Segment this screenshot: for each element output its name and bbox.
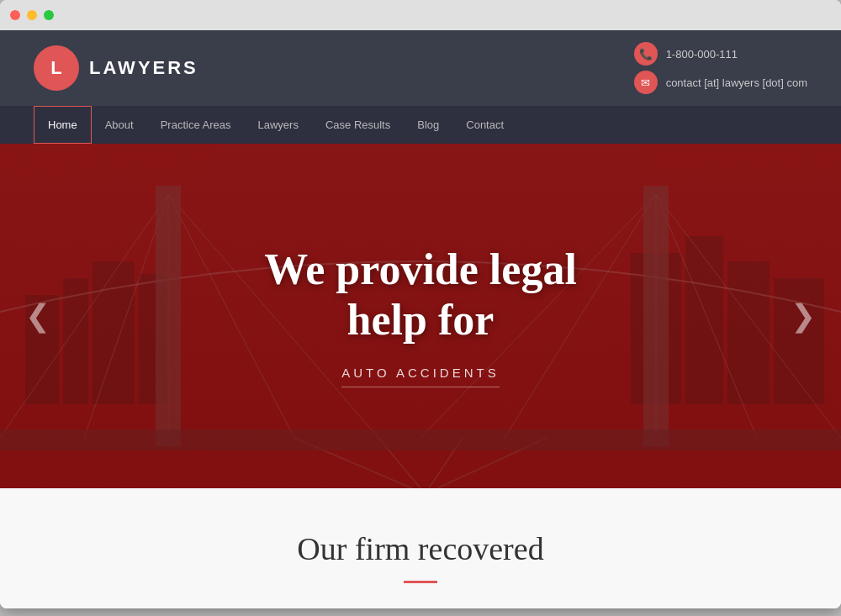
nav-item-lawyers[interactable]: Lawyers — [245, 106, 312, 144]
phone-contact: 📞 1-800-000-111 — [634, 42, 738, 66]
email-contact: ✉ contact [at] lawyers [dot] com — [634, 71, 807, 94]
nav-item-blog[interactable]: Blog — [404, 106, 452, 144]
nav-item-contact[interactable]: Contact — [452, 106, 517, 144]
nav-item-case-results[interactable]: Case Results — [312, 106, 404, 144]
browser-chrome — [0, 0, 841, 30]
below-hero-section: Our firm recovered — [0, 488, 841, 608]
hero-title: We provide legal help for — [264, 245, 577, 345]
accent-divider — [34, 581, 807, 583]
accent-bar-left — [404, 581, 437, 583]
maximize-button[interactable] — [44, 10, 54, 20]
nav-item-home[interactable]: Home — [34, 106, 92, 144]
hero-content: We provide legal help for AUTO ACCIDENTS — [0, 144, 841, 488]
email-icon: ✉ — [634, 71, 658, 94]
logo-icon: L — [34, 45, 79, 91]
email-address: contact [at] lawyers [dot] com — [666, 76, 807, 89]
hero-subtitle: AUTO ACCIDENTS — [341, 366, 499, 387]
phone-number: 1-800-000-111 — [666, 48, 738, 61]
site-nav: Home About Practice Areas Lawyers Case R… — [0, 106, 841, 144]
site-header: L LAWYERS 📞 1-800-000-111 ✉ contact [at]… — [0, 30, 841, 106]
nav-item-practice-areas[interactable]: Practice Areas — [147, 106, 245, 144]
phone-icon: 📞 — [634, 42, 658, 66]
close-button[interactable] — [10, 10, 20, 20]
hero-section: ❮ We provide legal help for AUTO ACCIDEN… — [0, 144, 841, 488]
hero-prev-arrow[interactable]: ❮ — [17, 290, 59, 342]
below-hero-title: Our firm recovered — [34, 530, 807, 567]
minimize-button[interactable] — [27, 10, 37, 20]
logo-area: L LAWYERS — [34, 45, 198, 91]
browser-window: L LAWYERS 📞 1-800-000-111 ✉ contact [at]… — [0, 0, 841, 608]
nav-item-about[interactable]: About — [92, 106, 147, 144]
contact-info: 📞 1-800-000-111 ✉ contact [at] lawyers [… — [634, 42, 807, 94]
hero-next-arrow[interactable]: ❯ — [782, 290, 824, 342]
logo-text: LAWYERS — [89, 57, 198, 79]
